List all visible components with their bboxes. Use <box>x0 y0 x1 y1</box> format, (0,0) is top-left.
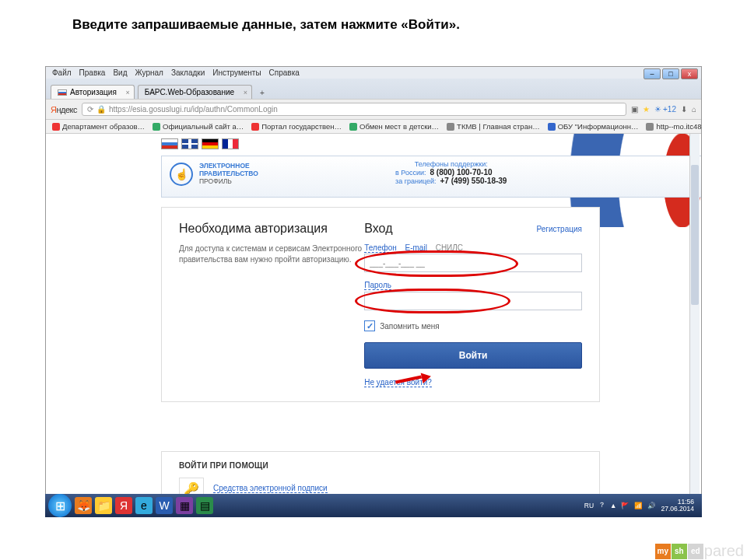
auth-panel: Необходима авторизация Для доступа к сис… <box>161 207 600 402</box>
tray-icon[interactable]: ▲ <box>610 502 616 509</box>
address-bar: Яндекс ⟳ 🔒 https://esia.gosuslugi.ru/idp… <box>46 99 701 120</box>
lang-de[interactable] <box>202 138 219 149</box>
taskbar-yandex-icon[interactable]: Я <box>115 497 132 514</box>
password-label[interactable]: Пароль <box>364 281 391 290</box>
maximize-button[interactable]: □ <box>662 68 679 79</box>
reload-icon[interactable]: ⟳ <box>87 105 93 114</box>
signin-button[interactable]: Войти <box>364 342 582 369</box>
new-tab-button[interactable]: + <box>255 87 269 99</box>
site-logo[interactable]: ☝ ЭЛЕКТРОННОЕ ПРАВИТЕЛЬСТВО ПРОФИЛЬ <box>170 163 258 186</box>
tab-label: Авторизация <box>70 88 117 96</box>
taskbar-clock[interactable]: 11:56 27.06.2014 <box>661 499 694 513</box>
menu-help[interactable]: Справка <box>269 68 300 77</box>
id-tab-email[interactable]: E-mail <box>405 243 427 253</box>
identifier-tabs: Телефон E-mail СНИЛС <box>364 243 582 252</box>
windows-taskbar: ⊞ 🦊 📁 Я e W ▦ ▤ RU ？ ▲ 🚩 📶 🔊 11:56 27.06… <box>45 494 702 517</box>
id-tab-phone[interactable]: Телефон <box>364 243 396 253</box>
taskbar-app-icon[interactable]: ▦ <box>176 497 193 514</box>
tray-icon[interactable]: ？ <box>598 501 605 510</box>
addr-tools: ▣ ★ ☀ +12 ⬇ ⌂ <box>631 105 696 114</box>
rss-icon[interactable]: ▣ <box>631 105 638 114</box>
tab-label: БАРС.Web-Образование <box>145 88 234 96</box>
lang-ru[interactable] <box>161 138 178 149</box>
id-tab-snils[interactable]: СНИЛС <box>436 243 463 253</box>
logo-icon: ☝ <box>170 163 193 186</box>
checkbox-icon[interactable]: ✓ <box>364 320 375 331</box>
bookmark-item[interactable]: Обмен мест в детски… <box>349 122 439 131</box>
lang-fr[interactable] <box>222 138 239 149</box>
remember-me[interactable]: ✓ Запомнить меня <box>364 320 582 331</box>
lang-indicator[interactable]: RU <box>584 502 594 509</box>
lang-en[interactable] <box>181 138 198 149</box>
bookmark-item[interactable]: http--mo.itc48.ru7878… <box>646 122 701 131</box>
identifier-input[interactable] <box>364 254 582 272</box>
auth-info: Необходима авторизация Для доступа к сис… <box>179 222 364 387</box>
home-icon[interactable]: ⌂ <box>692 105 696 114</box>
close-tab-icon[interactable]: × <box>244 89 247 96</box>
bookmark-item[interactable]: ОБУ "Информационн… <box>548 122 639 131</box>
bookmark-item[interactable]: Портал государствен… <box>251 122 342 131</box>
search-engine-label: Яндекс <box>51 105 77 114</box>
taskbar-ie-icon[interactable]: e <box>135 497 153 514</box>
password-input[interactable] <box>364 292 582 310</box>
weather-widget[interactable]: ☀ +12 <box>654 105 676 114</box>
alt-login-link[interactable]: Средства электронной подписи <box>213 484 328 493</box>
menu-edit[interactable]: Правка <box>79 68 106 77</box>
menu-bar: Файл Правка Вид Журнал Закладки Инструме… <box>46 67 701 79</box>
system-tray: RU ？ ▲ 🚩 📶 🔊 11:56 27.06.2014 <box>584 499 699 513</box>
tray-volume-icon[interactable]: 🔊 <box>647 502 656 509</box>
vertical-scrollbar[interactable] <box>689 134 700 513</box>
url-text: https://esia.gosuslugi.ru/idp/authn/Comm… <box>109 105 278 114</box>
auth-info-text: Для доступа к системам и сервисам Электр… <box>179 243 364 265</box>
instruction-caption: Введите запрашиваемые данные, затем нажм… <box>0 0 747 33</box>
language-flags <box>161 138 239 149</box>
menu-bookmarks[interactable]: Закладки <box>171 68 205 77</box>
bookmark-item[interactable]: Департамент образов… <box>52 122 145 131</box>
scroll-thumb[interactable] <box>691 165 699 305</box>
url-input[interactable]: ⟳ 🔒 https://esia.gosuslugi.ru/idp/authn/… <box>82 103 626 116</box>
register-link[interactable]: Регистрация <box>537 225 582 233</box>
browser-tab[interactable]: БАРС.Web-Образование × <box>138 85 252 99</box>
start-button[interactable]: ⊞ <box>48 494 72 517</box>
menu-file[interactable]: Файл <box>52 68 72 77</box>
window-controls: – □ x <box>644 68 698 79</box>
taskbar-explorer-icon[interactable]: 📁 <box>95 497 112 514</box>
lock-icon: 🔒 <box>96 105 106 114</box>
login-form: Вход Регистрация Телефон E-mail СНИЛС Па… <box>364 222 582 387</box>
alt-login-title: ВОЙТИ ПРИ ПОМОЩИ <box>179 461 582 470</box>
auth-info-title: Необходима авторизация <box>179 222 364 236</box>
site-header: ☝ ЭЛЕКТРОННОЕ ПРАВИТЕЛЬСТВО ПРОФИЛЬ Теле… <box>161 156 701 198</box>
close-tab-icon[interactable]: × <box>126 89 130 96</box>
taskbar-firefox-icon[interactable]: 🦊 <box>75 497 92 514</box>
star-icon[interactable]: ★ <box>643 105 650 114</box>
bookmarks-bar: Департамент образов… Официальный сайт а…… <box>46 120 701 134</box>
flag-icon <box>58 89 67 96</box>
menu-view[interactable]: Вид <box>113 68 127 77</box>
close-button[interactable]: x <box>681 68 698 79</box>
watermark: myshed pared <box>655 542 744 560</box>
taskbar-app-icon[interactable]: ▤ <box>196 497 213 514</box>
cant-login-link[interactable]: Не удается войти? <box>364 378 432 387</box>
browser-tab-active[interactable]: Авторизация × <box>51 85 135 99</box>
tab-bar: Авторизация × БАРС.Web-Образование × + <box>46 79 701 99</box>
taskbar-word-icon[interactable]: W <box>156 497 173 514</box>
download-icon[interactable]: ⬇ <box>681 105 687 114</box>
menu-history[interactable]: Журнал <box>135 68 163 77</box>
bookmark-item[interactable]: ТКМВ | Главная стран… <box>447 122 540 131</box>
menu-tools[interactable]: Инструменты <box>212 68 261 77</box>
tray-flag-icon[interactable]: 🚩 <box>621 502 630 509</box>
logo-text: ЭЛЕКТРОННОЕ ПРАВИТЕЛЬСТВО ПРОФИЛЬ <box>199 163 258 185</box>
browser-window: – □ x Файл Правка Вид Журнал Закладки Ин… <box>45 66 702 517</box>
bookmark-item[interactable]: Официальный сайт а… <box>153 122 244 131</box>
tray-network-icon[interactable]: 📶 <box>634 502 643 509</box>
page-content: ☝ ЭЛЕКТРОННОЕ ПРАВИТЕЛЬСТВО ПРОФИЛЬ Теле… <box>46 134 701 513</box>
support-phones: Телефоны поддержки: в России: 8 (800) 10… <box>395 160 507 185</box>
minimize-button[interactable]: – <box>644 68 661 79</box>
